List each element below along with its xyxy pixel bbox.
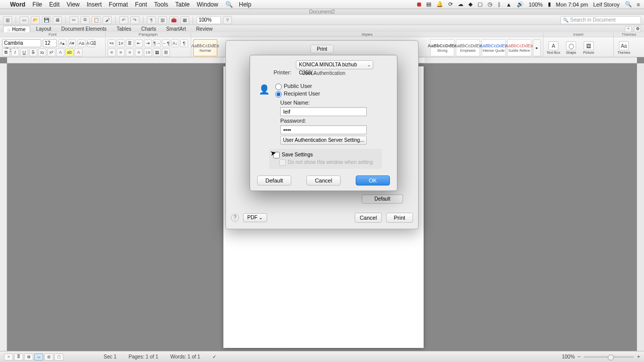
print-button[interactable]: 🖶 <box>53 16 62 24</box>
ltr-button[interactable]: ¶→ <box>153 39 161 47</box>
collapse-ribbon-button[interactable]: ^ <box>625 26 632 32</box>
strike-button[interactable]: S̶ <box>29 48 37 56</box>
zoom-in-button[interactable]: + <box>637 354 640 359</box>
menu-window[interactable]: Window <box>197 1 218 8</box>
view-draft-button[interactable]: ≡ <box>4 353 13 360</box>
toolbox-button[interactable]: 🧰 <box>169 16 178 24</box>
clock[interactable]: Mon 7:04 pm <box>556 2 588 8</box>
battery-pct[interactable]: 100% <box>529 2 543 8</box>
screen-rec-icon[interactable] <box>417 3 421 7</box>
recipient-user-radio[interactable]: Recipient User <box>275 90 320 98</box>
password-input[interactable] <box>280 125 367 134</box>
style-strong[interactable]: AaBbCcDdEeStrong <box>430 39 454 56</box>
spotlight-menu-icon[interactable]: 🔍 <box>225 1 233 8</box>
auth-server-button[interactable]: User Authentication Server Setting... <box>280 136 367 145</box>
battery-icon[interactable]: ▮ <box>548 1 551 8</box>
show-marks-button[interactable]: ¶ <box>180 39 188 47</box>
search-input[interactable]: Search in Document <box>560 16 641 24</box>
grow-font-button[interactable]: A▴ <box>58 39 66 47</box>
align-left-button[interactable]: ≡ <box>108 48 116 56</box>
zoom-out-button[interactable]: − <box>578 354 581 359</box>
view-outline-button[interactable]: ≣ <box>14 353 23 360</box>
insert-textbox-button[interactable]: AText Box <box>545 39 561 56</box>
view-publishing-button[interactable]: ▤ <box>24 353 33 360</box>
pdf-menu-button[interactable]: PDF ⌄ <box>243 213 267 222</box>
printer-select[interactable]: KONICA MINOLTA bizhub C368(... <box>296 60 373 69</box>
notification-icon[interactable]: 🔔 <box>436 1 443 8</box>
shading-button[interactable]: ▦ <box>153 48 161 56</box>
username-input[interactable] <box>280 107 367 116</box>
menu-format[interactable]: Format <box>109 1 128 8</box>
highlight-button[interactable]: ab <box>65 48 73 56</box>
save-button[interactable]: 💾 <box>42 16 51 24</box>
styles-scroll-button[interactable]: ▸ <box>533 39 541 56</box>
spotlight-icon[interactable]: 🔍 <box>625 1 632 8</box>
tab-review[interactable]: Review <box>192 26 217 32</box>
notif-center-icon[interactable]: ≡ <box>637 2 640 8</box>
tray-icon[interactable]: ▤ <box>426 1 431 8</box>
tab-tables[interactable]: Tables <box>113 26 135 32</box>
sync-icon[interactable]: ⟳ <box>448 1 453 8</box>
bluetooth-icon[interactable]: ᛒ <box>498 2 501 8</box>
open-button[interactable]: 📂 <box>31 16 40 24</box>
menu-file[interactable]: File <box>32 1 42 8</box>
bullets-button[interactable]: •≡ <box>108 39 116 47</box>
numbering-button[interactable]: 1≡ <box>117 39 125 47</box>
vertical-scrollbar[interactable] <box>637 63 644 351</box>
volume-icon[interactable]: 🔊 <box>517 1 524 8</box>
bold-button[interactable]: B <box>2 48 10 56</box>
italic-button[interactable]: I <box>11 48 19 56</box>
menu-edit[interactable]: Edit <box>49 1 60 8</box>
print-print-button[interactable]: Print <box>386 213 413 223</box>
view-focus-button[interactable]: ▢ <box>54 353 63 360</box>
insert-picture-button[interactable]: 🖼Picture <box>581 39 597 56</box>
menu-table[interactable]: Table <box>175 1 190 8</box>
subscript-button[interactable]: x₂ <box>38 48 46 56</box>
insert-shape-button[interactable]: ◯Shape <box>563 39 579 56</box>
cut-button[interactable]: ✂ <box>69 16 78 24</box>
gallery-button[interactable]: ▦ <box>180 16 189 24</box>
menu-tools[interactable]: Tools <box>154 1 168 8</box>
print-cancel-button[interactable]: Cancel <box>355 213 382 223</box>
save-settings-checkbox[interactable]: Save Settings <box>273 151 378 158</box>
superscript-button[interactable]: x² <box>47 48 55 56</box>
underline-button[interactable]: U <box>20 48 28 56</box>
show-button[interactable]: ¶ <box>147 16 156 24</box>
cloud-icon[interactable]: ☁ <box>458 1 463 8</box>
view-notebook-button[interactable]: ▥ <box>44 353 53 360</box>
zoom-slider[interactable] <box>584 356 634 358</box>
new-from-template-button[interactable]: ▥ <box>3 16 12 24</box>
public-user-radio[interactable]: Public User <box>275 82 320 90</box>
font-color-button[interactable]: A <box>74 48 83 56</box>
menu-insert[interactable]: Insert <box>87 1 102 8</box>
justify-button[interactable]: ≡ <box>135 48 143 56</box>
menu-font[interactable]: Font <box>135 1 147 8</box>
shield-icon[interactable]: ◆ <box>468 1 472 8</box>
new-button[interactable]: ▭ <box>20 16 29 24</box>
style-intense-quote[interactable]: AaBbCcDdEeIntense Quote <box>481 39 506 56</box>
wifi-icon[interactable]: ▲ <box>506 2 512 8</box>
menu-view[interactable]: View <box>66 1 79 8</box>
copy-button[interactable]: ⧉ <box>80 16 90 24</box>
text-effects-button[interactable]: A <box>56 48 64 56</box>
timemachine-icon[interactable]: ◷ <box>488 1 493 8</box>
print-default-button[interactable]: Default <box>362 195 403 204</box>
view-print-button[interactable]: ▭ <box>34 353 43 360</box>
user-name[interactable]: Leif Storoy <box>593 2 620 8</box>
auth-cancel-button[interactable]: Cancel <box>306 175 341 186</box>
outdent-button[interactable]: ⇤ <box>135 39 143 47</box>
tab-charts[interactable]: Charts <box>137 26 160 32</box>
style-subtle-ref[interactable]: AaBbCcDdEeSubtle Refere <box>507 39 531 56</box>
tab-home[interactable]: Home <box>3 26 30 33</box>
ribbon-options-button[interactable]: ⚙ <box>634 26 641 32</box>
borders-button[interactable]: ⊞ <box>162 48 170 56</box>
auth-ok-button[interactable]: OK <box>356 175 390 186</box>
paste-button[interactable]: 📋 <box>92 16 101 24</box>
font-name-select[interactable]: Cambria (Body) <box>2 39 41 47</box>
clear-format-button[interactable]: A⌫ <box>87 39 95 47</box>
font-size-select[interactable]: 12 <box>43 39 57 47</box>
shrink-font-button[interactable]: A▾ <box>68 39 76 47</box>
print-tab[interactable]: Print <box>310 45 334 53</box>
style-emphasis[interactable]: AaBbCcDdEeEmphasis <box>456 39 480 56</box>
themes-button[interactable]: AaThemes <box>616 39 632 56</box>
